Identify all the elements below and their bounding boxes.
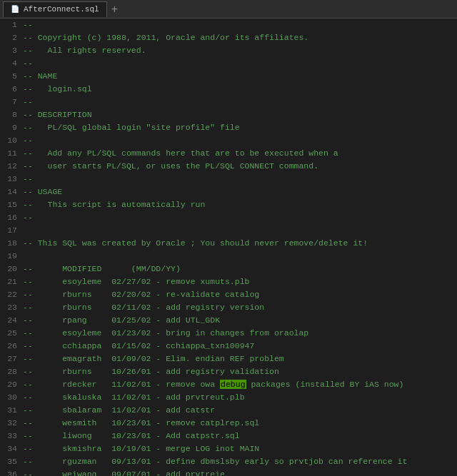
code-row: 4-- <box>0 57 457 70</box>
code-row: 22-- rburns 02/20/02 - re-validate catal… <box>0 288 457 301</box>
tab-afterconnect[interactable]: 📄 AfterConnect.sql <box>3 1 107 17</box>
line-number: 19 <box>0 250 23 263</box>
line-content: -- DESCRIPTION <box>23 108 457 121</box>
code-row: 14-- USAGE <box>0 186 457 198</box>
line-number: 1 <box>0 19 23 31</box>
line-content: -- user starts PL/SQL, or uses the PL/SQ… <box>23 160 457 173</box>
line-content: -- skmishra 10/19/01 - merge LOG inot MA… <box>23 442 457 455</box>
code-row: 33-- liwong 10/23/01 - Add catpstr.sql <box>0 430 457 442</box>
line-number: 16 <box>0 211 23 224</box>
line-content: -- rdecker 11/02/01 - remove owa debug p… <box>23 378 457 391</box>
line-number: 36 <box>0 468 23 476</box>
line-number: 21 <box>0 275 23 288</box>
code-row: 5-- NAME <box>0 70 457 83</box>
line-number: 10 <box>0 134 23 147</box>
line-content: -- <box>23 173 457 186</box>
code-row: 3-- All rights reserved. <box>0 44 457 57</box>
line-content: -- weiwang 09/07/01 - add prvtreie <box>23 468 457 476</box>
line-content: -- MODIFIED (MM/DD/YY) <box>23 263 457 275</box>
line-content: -- cchiappa 01/15/02 - cchiappa_txn10094… <box>23 340 457 353</box>
code-row: 35-- rguzman 09/13/01 - define dbmslsby … <box>0 455 457 468</box>
line-content: -- login.sql <box>23 83 457 96</box>
line-content: -- Copyright (c) 1988, 2011, Oracle and/… <box>23 31 457 44</box>
line-number: 33 <box>0 430 23 442</box>
code-row: 10-- <box>0 134 457 147</box>
code-row: 31-- sbalaram 11/02/01 - add catstr <box>0 404 457 417</box>
code-row: 26-- cchiappa 01/15/02 - cchiappa_txn100… <box>0 340 457 353</box>
line-number: 17 <box>0 224 23 237</box>
line-number: 15 <box>0 198 23 211</box>
line-number: 34 <box>0 442 23 455</box>
code-row: 28-- rburns 10/26/01 - add registry vali… <box>0 365 457 378</box>
line-number: 9 <box>0 121 23 134</box>
code-area: 1--2-- Copyright (c) 1988, 2011, Oracle … <box>0 19 457 476</box>
line-number: 12 <box>0 160 23 173</box>
line-content: -- esoyleme 01/23/02 - bring in changes … <box>23 327 457 340</box>
line-number: 32 <box>0 417 23 430</box>
line-number: 11 <box>0 147 23 160</box>
line-content: -- All rights reserved. <box>23 44 457 57</box>
code-row: 32-- wesmith 10/23/01 - remove catplrep.… <box>0 417 457 430</box>
line-number: 4 <box>0 57 23 70</box>
line-content: -- sbalaram 11/02/01 - add catstr <box>23 404 457 417</box>
code-row: 6-- login.sql <box>0 83 457 96</box>
code-row: 9-- PL/SQL global login "site profile" f… <box>0 121 457 134</box>
code-row: 2-- Copyright (c) 1988, 2011, Oracle and… <box>0 31 457 44</box>
code-row: 12-- user starts PL/SQL, or uses the PL/… <box>0 160 457 173</box>
code-row: 18-- This SQL was created by Oracle ; Yo… <box>0 237 457 250</box>
debug-highlight: debug <box>220 380 246 389</box>
line-number: 23 <box>0 301 23 314</box>
line-number: 6 <box>0 83 23 96</box>
line-content: -- rpang 01/25/02 - add UTL_GDK <box>23 314 457 327</box>
code-row: 24-- rpang 01/25/02 - add UTL_GDK <box>0 314 457 327</box>
line-number: 30 <box>0 391 23 404</box>
line-content: -- rguzman 09/13/01 - define dbmslsby ea… <box>23 455 457 468</box>
code-row: 29-- rdecker 11/02/01 - remove owa debug… <box>0 378 457 391</box>
line-content: -- <box>23 134 457 147</box>
code-row: 30-- skaluska 11/02/01 - add prvtreut.pl… <box>0 391 457 404</box>
code-row: 34-- skmishra 10/19/01 - merge LOG inot … <box>0 442 457 455</box>
tab-label: AfterConnect.sql <box>24 5 99 14</box>
code-row: 16-- <box>0 211 457 224</box>
new-tab-button[interactable]: + <box>107 4 122 15</box>
line-content: -- wesmith 10/23/01 - remove catplrep.sq… <box>23 417 457 430</box>
line-content: -- rburns 02/11/02 - add registry versio… <box>23 301 457 314</box>
line-content: -- esoyleme 02/27/02 - remove xumuts.plb <box>23 275 457 288</box>
code-row: 36-- weiwang 09/07/01 - add prvtreie <box>0 468 457 476</box>
code-row: 20-- MODIFIED (MM/DD/YY) <box>0 263 457 275</box>
line-number: 7 <box>0 96 23 108</box>
line-number: 22 <box>0 288 23 301</box>
line-content: -- This SQL was created by Oracle ; You … <box>23 237 457 250</box>
line-content: -- PL/SQL global login "site profile" fi… <box>23 121 457 134</box>
line-number: 2 <box>0 31 23 44</box>
line-number: 27 <box>0 353 23 365</box>
line-number: 35 <box>0 455 23 468</box>
code-row: 27-- emagrath 01/09/02 - Elim. endian RE… <box>0 353 457 365</box>
line-content: -- <box>23 57 457 70</box>
code-row: 21-- esoyleme 02/27/02 - remove xumuts.p… <box>0 275 457 288</box>
line-number: 5 <box>0 70 23 83</box>
line-number: 13 <box>0 173 23 186</box>
line-number: 18 <box>0 237 23 250</box>
line-content: -- rburns 10/26/01 - add registry valida… <box>23 365 457 378</box>
line-number: 24 <box>0 314 23 327</box>
line-content: -- <box>23 96 457 108</box>
line-content: -- NAME <box>23 70 457 83</box>
line-number: 8 <box>0 108 23 121</box>
line-content: -- <box>23 19 457 31</box>
line-number: 29 <box>0 378 23 391</box>
code-row: 11-- Add any PL/SQL commands here that a… <box>0 147 457 160</box>
line-content: -- liwong 10/23/01 - Add catpstr.sql <box>23 430 457 442</box>
line-content: -- emagrath 01/09/02 - Elim. endian REF … <box>23 353 457 365</box>
line-content: -- <box>23 211 457 224</box>
line-content: -- This script is automatically run <box>23 198 457 211</box>
line-number: 31 <box>0 404 23 417</box>
code-row: 7-- <box>0 96 457 108</box>
line-number: 20 <box>0 263 23 275</box>
code-row: 8-- DESCRIPTION <box>0 108 457 121</box>
line-number: 28 <box>0 365 23 378</box>
line-content: -- skaluska 11/02/01 - add prvtreut.plb <box>23 391 457 404</box>
code-row: 1-- <box>0 19 457 31</box>
tab-bar: 📄 AfterConnect.sql + <box>0 0 457 19</box>
line-number: 25 <box>0 327 23 340</box>
